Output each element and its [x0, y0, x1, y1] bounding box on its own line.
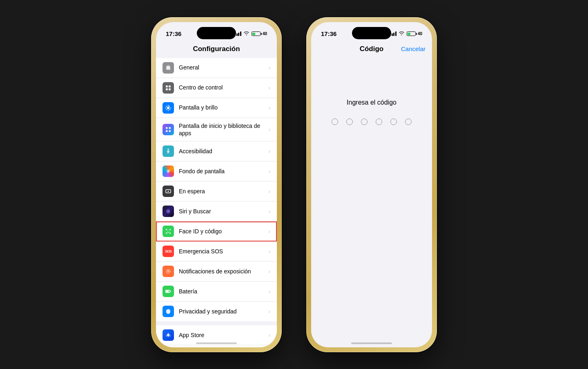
display-label: Pantalla y brillo [179, 104, 267, 111]
passcode-dot-6 [405, 119, 412, 125]
home-screen-label: Pantalla de inicio y biblioteca de apps [179, 122, 267, 137]
battery-label-2: 40 [418, 31, 422, 36]
passcode-dot-4 [376, 119, 382, 125]
status-time: 17:36 [166, 30, 181, 37]
wallpaper-label: Fondo de pantalla [179, 168, 267, 175]
settings-item-general[interactable]: General › [156, 58, 277, 78]
passcode-cancel-button[interactable]: Cancelar [401, 45, 425, 52]
svg-rect-3 [166, 88, 168, 90]
standby-chevron: › [268, 188, 270, 195]
passcode-prompt: Ingresa el código [347, 99, 396, 106]
svg-point-10 [168, 148, 169, 150]
privacy-icon [163, 306, 174, 317]
wallpaper-chevron: › [268, 168, 270, 174]
settings-item-display[interactable]: Pantalla y brillo › [156, 98, 277, 118]
status-icons: 40 [234, 31, 267, 37]
siri-chevron: › [268, 208, 270, 215]
control-center-label: Centro de control [179, 84, 267, 91]
battery-icon [252, 31, 261, 36]
settings-item-battery[interactable]: Batería › [156, 282, 277, 302]
status-icons-2: 40 [390, 31, 422, 37]
passcode-dot-3 [361, 119, 368, 125]
display-icon [163, 102, 174, 114]
passcode-dots [332, 119, 412, 125]
settings-item-sos[interactable]: SOS Emergencia SOS › [156, 242, 277, 262]
settings-item-siri[interactable]: Siri y Buscar › [156, 201, 277, 221]
accessibility-chevron: › [268, 148, 270, 154]
settings-item-wallpaper[interactable]: Fondo de pantalla › [156, 161, 277, 181]
svg-rect-2 [169, 85, 171, 87]
svg-point-12 [167, 170, 169, 172]
exposure-icon [163, 266, 174, 277]
settings-item-home-screen[interactable]: Pantalla de inicio y biblioteca de apps … [156, 118, 277, 141]
general-label: General [179, 64, 267, 71]
privacy-chevron: › [268, 308, 270, 315]
passcode-dot-1 [332, 119, 338, 125]
wifi-icon-2 [399, 31, 405, 37]
home-screen-chevron: › [268, 126, 270, 133]
accessibility-icon [163, 145, 174, 157]
general-chevron: › [268, 65, 270, 71]
svg-rect-9 [169, 130, 171, 132]
sos-label: Emergencia SOS [179, 248, 267, 255]
settings-item-wallet[interactable]: Wallet y Apple Pay › [156, 345, 277, 347]
sos-chevron: › [268, 248, 270, 255]
svg-point-19 [169, 230, 169, 231]
display-chevron: › [268, 105, 270, 111]
face-id-chevron: › [268, 228, 270, 235]
passcode-dot-2 [346, 119, 353, 125]
control-center-icon [163, 82, 174, 94]
app-store-chevron: › [268, 332, 270, 338]
phone-passcode: 17:36 40 [306, 17, 437, 352]
settings-item-accessibility[interactable]: Accesibilidad › [156, 141, 277, 161]
svg-rect-24 [170, 291, 171, 292]
exposure-label: Notificaciones de exposición [179, 268, 267, 275]
battery-settings-icon [163, 286, 174, 297]
battery-chevron: › [268, 288, 270, 295]
svg-rect-23 [166, 291, 169, 292]
svg-rect-6 [166, 127, 168, 129]
app-store-label: App Store [179, 331, 267, 339]
settings-item-privacy[interactable]: Privacidad y seguridad › [156, 302, 277, 321]
settings-item-control-center[interactable]: Centro de control › [156, 78, 277, 98]
home-indicator-2 [351, 342, 392, 344]
svg-rect-1 [166, 85, 168, 87]
home-screen-icon [163, 124, 174, 135]
face-id-label: Face ID y código [179, 228, 267, 235]
passcode-nav: Código Cancelar [311, 42, 432, 58]
dynamic-island [197, 27, 236, 39]
passcode-dot-5 [390, 119, 397, 125]
svg-point-18 [167, 230, 168, 231]
siri-label: Siri y Buscar [179, 208, 267, 215]
wifi-icon [243, 31, 249, 37]
standby-label: En espera [179, 188, 267, 195]
home-indicator [196, 342, 237, 344]
wallpaper-icon [163, 165, 174, 177]
passcode-body: Ingresa el código [311, 58, 432, 125]
settings-section-1: General › Centro de control › [156, 58, 277, 321]
status-time-2: 17:36 [321, 30, 336, 37]
settings-item-face-id[interactable]: Face ID y código › [156, 221, 277, 242]
svg-rect-7 [169, 127, 171, 129]
svg-point-17 [168, 210, 169, 212]
phone-settings: 17:36 40 [151, 17, 282, 352]
battery-label: 40 [263, 31, 267, 36]
svg-rect-8 [166, 130, 168, 132]
face-id-icon [163, 226, 174, 237]
privacy-label: Privacidad y seguridad [179, 308, 267, 315]
svg-point-5 [167, 107, 169, 109]
exposure-chevron: › [268, 268, 270, 275]
standby-icon [163, 186, 174, 197]
siri-icon [163, 206, 174, 217]
control-center-chevron: › [268, 85, 270, 91]
svg-point-14 [168, 190, 169, 192]
settings-title: Configuración [156, 42, 277, 58]
accessibility-label: Accesibilidad [179, 148, 267, 155]
battery-icon-2 [407, 31, 416, 36]
passcode-title: Código [342, 45, 401, 53]
app-store-icon [163, 329, 174, 341]
settings-item-standby[interactable]: En espera › [156, 181, 277, 201]
battery-label-item: Batería [179, 288, 267, 295]
settings-item-exposure[interactable]: Notificaciones de exposición › [156, 262, 277, 282]
svg-rect-4 [169, 88, 171, 90]
